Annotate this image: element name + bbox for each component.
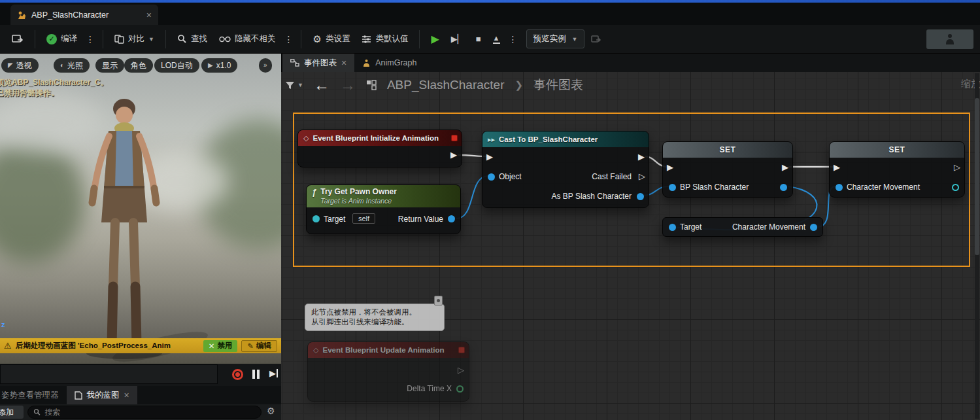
eject-button[interactable]: ▲ [488,31,505,48]
blueprint-search-box[interactable] [27,406,262,419]
exec-out-pin[interactable]: ▶ [450,150,457,159]
browse-asset-button[interactable] [7,30,29,48]
lit-sphere-icon: ◐ [60,62,64,69]
play-options-icon[interactable]: ⋮ [507,32,520,46]
compile-button[interactable]: ✓ 编译 [41,29,82,48]
debug-object-button[interactable] [586,31,607,48]
chevrons-right-icon: » [263,62,267,69]
node-event-blueprint-initialize-animation[interactable]: ◇ Event Blueprint Initialize Animation ▶ [297,130,462,167]
as-bp-slash-character-pin[interactable] [637,193,644,200]
node-set-bp-slash-character[interactable]: SET ▶ ▶ BP Slash Character [662,141,793,198]
step-icon[interactable]: ▶ [269,369,278,377]
axis-z-label: z [1,321,5,328]
tab-my-blueprint[interactable]: 我的蓝图 × [67,386,137,404]
character-movement-in-pin[interactable] [836,184,843,191]
chevron-down-icon: ▼ [572,36,578,43]
toolbar-separator [301,30,301,48]
graph-vertical-scrollbar[interactable] [975,73,979,419]
return-value-pin[interactable] [448,215,455,222]
record-icon[interactable] [232,369,243,380]
target-in-pin[interactable] [669,224,676,231]
node-get-character-movement[interactable]: Target Character Movement [662,217,823,237]
tab-animgraph[interactable]: AnimGraph [354,54,424,72]
tab-pose-watch-manager[interactable]: 姿势查看管理器 [0,386,67,404]
value-out-pin[interactable] [952,184,959,191]
target-pin-label: Target [680,222,701,232]
my-blueprint-toolbar: +添加 ⚙ [0,404,281,420]
play-button[interactable]: ▶ [426,30,444,48]
class-settings-button[interactable]: ⚙ 类设置 [307,29,355,48]
pose-watch-label: 姿势查看管理器 [1,390,59,401]
stop-button[interactable]: ■ [471,31,486,47]
exec-in-pin[interactable]: ▶ [667,163,673,171]
node-set-character-movement[interactable]: SET ▶ ▷ Character Movement [829,141,965,198]
value-out-pin[interactable] [780,184,787,191]
class-defaults-icon [362,35,371,43]
breadcrumb-root[interactable]: ABP_SlashCharacter [387,78,505,92]
exec-in-pin[interactable]: ▶ [486,152,493,161]
step-forward-button[interactable]: ▶▏ [446,31,469,47]
viewport-options-button[interactable]: ◤透视 [1,58,39,73]
character-movement-out-pin[interactable] [810,224,817,231]
close-icon[interactable]: × [146,10,152,20]
navigate-back-icon[interactable]: ← [314,77,329,93]
scrollbar-thumb[interactable] [975,98,979,255]
show-menu-button[interactable]: 显示 [95,58,124,73]
breadcrumb-current[interactable]: 事件图表 [533,77,583,94]
node-try-get-pawn-owner[interactable]: ƒ Try Get Pawn Owner Target is Anim Inst… [306,184,461,234]
filter-button[interactable]: ▼ [285,81,303,90]
event-graph-label: 事件图表 [304,58,337,69]
gear-icon[interactable]: ⚙ [267,406,275,415]
exec-out-pin[interactable]: ▷ [458,366,464,374]
add-button[interactable]: +添加 [0,406,24,419]
exec-out-pin[interactable]: ▶ [782,163,788,171]
hide-unrelated-button[interactable]: 隐藏不相关 [214,29,281,48]
unreal-animation-blueprint-editor: ABP_SlashCharacter × ✓ 编译 ⋮ 对比 ▼ 查找 隐藏不相… [0,0,980,420]
hide-unrelated-options-icon[interactable]: ⋮ [282,32,295,46]
class-settings-label: 类设置 [326,33,350,44]
cast-failed-exec-pin[interactable]: ▷ [639,172,645,181]
node-header: ▸▸ Cast To BP_SlashCharacter [482,131,649,147]
pin-icon[interactable] [434,296,443,306]
target-in-pin[interactable] [313,215,320,222]
playback-speed-button[interactable]: ▶x1.0 [201,58,237,73]
post-process-warning-bar: ⚠ 后期处理动画蓝图 'Echo_PostProcess_Anim ✕禁用 ✎编… [0,338,281,353]
pause-icon[interactable] [252,370,260,379]
tooltip-line2: 从引脚连出引线来编译功能。 [311,317,438,327]
diff-button[interactable]: 对比 ▼ [109,29,160,48]
blueprint-search-input[interactable] [44,408,256,417]
bp-slash-character-in-pin[interactable] [669,184,676,191]
character-menu-button[interactable]: 角色 [124,58,153,73]
breadcrumb-separator-icon: ❯ [515,79,523,91]
find-button[interactable]: 查找 [172,29,212,48]
graph-hierarchy-icon[interactable] [366,80,377,90]
compile-options-icon[interactable]: ⋮ [84,32,97,46]
close-icon[interactable]: × [124,391,129,400]
navigate-forward-icon[interactable]: → [340,77,356,93]
lit-mode-button[interactable]: ◐光照 [54,58,90,73]
diff-label: 对比 [128,33,144,44]
pill-overflow-button[interactable]: » [259,58,272,73]
exec-out-pin[interactable]: ▷ [954,163,960,171]
node-cast-to-bp-slashcharacter[interactable]: ▸▸ Cast To BP_SlashCharacter ▶ ▶ Object … [482,131,649,208]
document-tab[interactable]: ABP_SlashCharacter × [10,5,158,25]
add-label: 添加 [0,407,14,418]
persona-mode-button[interactable] [926,29,973,49]
exec-out-pin[interactable]: ▶ [638,152,645,161]
notify-filter-input[interactable] [0,364,218,384]
close-icon[interactable]: × [341,58,346,67]
object-in-pin[interactable] [488,173,495,181]
self-value-field[interactable]: self [352,213,375,224]
lod-auto-button[interactable]: LOD自动 [154,58,199,73]
tab-event-graph[interactable]: 事件图表 × [282,54,354,72]
disable-postprocess-button[interactable]: ✕禁用 [203,340,238,352]
preview-3d-scene[interactable]: ◤透视 ◐光照 显示 角色 LOD自动 ▶x1.0 » 预览ABP_SlashC… [0,54,281,364]
object-pin-label: Object [499,172,522,181]
delta-time-out-pin[interactable] [456,385,464,393]
edit-postprocess-button[interactable]: ✎编辑 [241,340,277,352]
toolbar-separator [103,30,103,48]
class-defaults-button[interactable]: 类默认值 [356,29,413,48]
node-event-blueprint-update-animation[interactable]: ◇ Event Blueprint Update Animation ▷ Del… [307,341,469,402]
exec-in-pin[interactable]: ▶ [834,163,840,171]
preview-instance-dropdown[interactable]: 预览实例 ▼ [526,29,585,48]
